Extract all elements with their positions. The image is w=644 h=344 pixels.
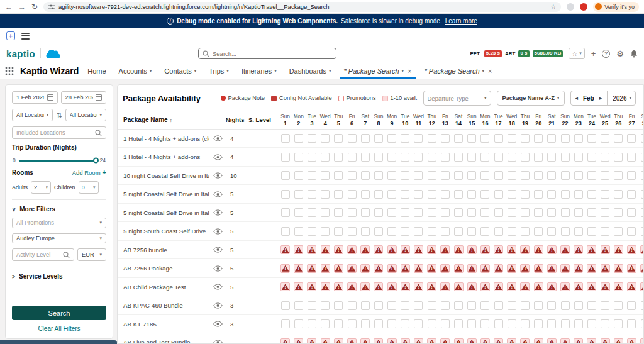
availability-checkbox[interactable] (547, 171, 556, 180)
availability-checkbox[interactable] (480, 153, 489, 162)
availability-checkbox[interactable] (534, 171, 543, 180)
config-not-available-icon[interactable]: ! (560, 282, 570, 291)
config-not-available-icon[interactable]: ! (307, 282, 316, 291)
preview-eye-icon[interactable] (209, 154, 226, 160)
config-not-available-icon[interactable]: ! (347, 245, 357, 254)
config-not-available-icon[interactable]: ! (414, 282, 423, 291)
availability-checkbox[interactable] (480, 208, 489, 217)
extension-badge-icon[interactable] (580, 3, 587, 11)
availability-checkbox[interactable] (601, 171, 609, 180)
availability-checkbox[interactable] (534, 319, 543, 328)
config-not-available-icon[interactable]: ! (321, 264, 330, 273)
config-not-available-icon[interactable]: ! (480, 282, 490, 291)
config-not-available-icon[interactable]: ! (520, 338, 530, 344)
availability-checkbox[interactable] (508, 227, 516, 236)
package-name-header[interactable]: Package Name ↑ (118, 116, 209, 123)
promotions-select[interactable]: All Promotions ▾ (12, 218, 106, 228)
availability-checkbox[interactable] (281, 319, 290, 328)
availability-checkbox[interactable] (641, 190, 644, 199)
package-name-link[interactable]: AB 7256 Package (118, 265, 209, 272)
availability-checkbox[interactable] (374, 153, 383, 162)
config-not-available-icon[interactable]: ! (480, 264, 490, 273)
config-not-available-icon[interactable]: ! (507, 282, 516, 291)
config-not-available-icon[interactable]: ! (334, 245, 343, 254)
availability-checkbox[interactable] (467, 319, 476, 328)
availability-checkbox[interactable] (467, 190, 476, 199)
config-not-available-icon[interactable]: ! (480, 338, 490, 344)
availability-checkbox[interactable] (521, 301, 530, 310)
help-icon[interactable]: ? (602, 50, 610, 58)
availability-checkbox[interactable] (454, 208, 463, 217)
config-not-available-icon[interactable]: ! (321, 282, 330, 291)
calendar-icon[interactable] (96, 94, 102, 101)
config-not-available-icon[interactable]: ! (534, 282, 543, 291)
availability-checkbox[interactable] (574, 153, 583, 162)
availability-checkbox[interactable] (494, 190, 503, 199)
availability-checkbox[interactable] (467, 227, 476, 236)
config-not-available-icon[interactable]: ! (427, 264, 436, 273)
config-not-available-icon[interactable]: ! (614, 245, 623, 254)
availability-checkbox[interactable] (361, 227, 370, 236)
config-not-available-icon[interactable]: ! (534, 245, 543, 254)
app-launcher-icon[interactable] (5, 67, 14, 75)
availability-checkbox[interactable] (601, 227, 609, 236)
tab-home[interactable]: Home (81, 63, 112, 79)
availability-checkbox[interactable] (401, 301, 409, 310)
availability-checkbox[interactable] (414, 208, 423, 217)
config-not-available-icon[interactable]: ! (401, 338, 410, 344)
availability-checkbox[interactable] (574, 190, 583, 199)
availability-checkbox[interactable] (534, 301, 543, 310)
availability-checkbox[interactable] (374, 301, 383, 310)
chevron-down-icon[interactable]: ▾ (402, 69, 404, 74)
availability-checkbox[interactable] (641, 134, 644, 143)
config-not-available-icon[interactable]: ! (547, 282, 557, 291)
config-not-available-icon[interactable]: ! (414, 338, 423, 344)
availability-checkbox[interactable] (281, 171, 290, 180)
availability-checkbox[interactable] (587, 171, 596, 180)
preview-eye-icon[interactable] (209, 340, 226, 344)
availability-checkbox[interactable] (508, 190, 516, 199)
availability-checkbox[interactable] (441, 171, 450, 180)
config-not-available-icon[interactable]: ! (494, 245, 503, 254)
extensions-icon[interactable] (567, 3, 574, 11)
slider-handle[interactable] (93, 158, 99, 164)
config-not-available-icon[interactable]: ! (507, 245, 516, 254)
availability-checkbox[interactable] (494, 208, 503, 217)
availability-checkbox[interactable] (561, 301, 570, 310)
location-from-select[interactable]: All Locations ▾ (12, 109, 53, 121)
availability-checkbox[interactable] (480, 227, 489, 236)
config-not-available-icon[interactable]: ! (640, 282, 644, 291)
package-name-link[interactable]: 1 Hotel - 4 Nights + add-ons (118, 153, 209, 160)
availability-checkbox[interactable] (587, 227, 596, 236)
config-not-available-icon[interactable]: ! (427, 245, 436, 254)
config-not-available-icon[interactable]: ! (280, 245, 290, 254)
availability-checkbox[interactable] (294, 190, 303, 199)
config-not-available-icon[interactable]: ! (494, 338, 503, 344)
config-not-available-icon[interactable]: ! (347, 338, 357, 344)
availability-checkbox[interactable] (467, 208, 476, 217)
availability-checkbox[interactable] (561, 227, 570, 236)
availability-checkbox[interactable] (387, 208, 396, 217)
availability-checkbox[interactable] (414, 301, 423, 310)
config-not-available-icon[interactable]: ! (307, 264, 316, 273)
availability-checkbox[interactable] (348, 134, 357, 143)
notifications-bell-icon[interactable] (630, 50, 638, 58)
tab-trips[interactable]: Trips▾ (203, 63, 235, 79)
prev-month-button[interactable]: ◂ (571, 95, 582, 101)
availability-checkbox[interactable] (334, 227, 343, 236)
availability-checkbox[interactable] (401, 227, 409, 236)
availability-checkbox[interactable] (547, 134, 556, 143)
tab-accounts[interactable]: Accounts▾ (113, 63, 158, 79)
inspector-add-icon[interactable]: + (6, 31, 15, 40)
config-not-available-icon[interactable]: ! (574, 245, 583, 254)
included-locations-input[interactable] (12, 126, 106, 139)
chevron-down-icon[interactable]: ▾ (274, 69, 277, 74)
activity-level-input[interactable] (12, 248, 74, 261)
availability-checkbox[interactable] (401, 190, 409, 199)
availability-checkbox[interactable] (374, 227, 383, 236)
availability-checkbox[interactable] (587, 153, 596, 162)
availability-checkbox[interactable] (401, 171, 409, 180)
availability-checkbox[interactable] (561, 319, 570, 328)
availability-checkbox[interactable] (321, 301, 330, 310)
availability-checkbox[interactable] (308, 153, 316, 162)
